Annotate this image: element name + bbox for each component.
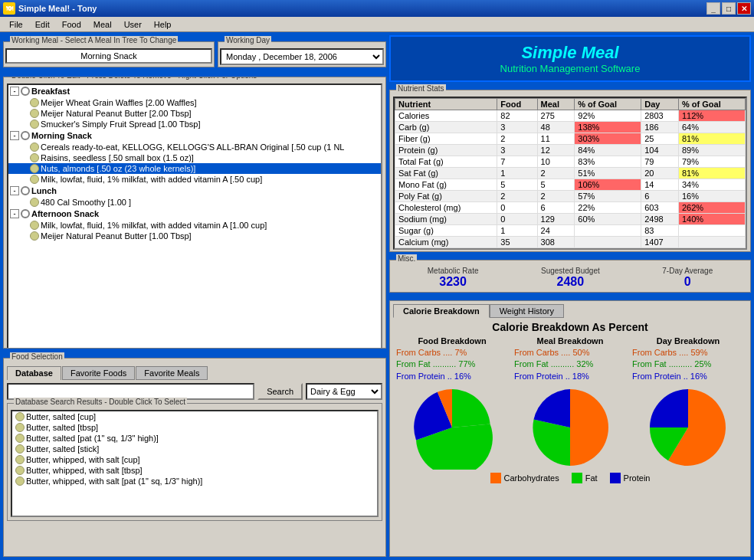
nutrient-meal: 2 [537,191,575,202]
nutrient-day: 186 [641,122,679,133]
leaf-icon [30,142,39,152]
group-label: Lunch [31,186,57,195]
menu-food[interactable]: Food [56,18,87,31]
nutrient-row: Mono Fat (g) 5 5 106% 14 34% [395,179,746,191]
group-circle [21,87,30,96]
menu-help[interactable]: Help [148,18,178,31]
category-select[interactable]: Dairy & Egg Meat Vegetables Grains [306,383,382,400]
nutrient-meal-pct [575,225,641,237]
db-item[interactable]: Butter, salted [stick] [12,444,377,454]
nutrient-row: Iron (mg) 1 6 15 [395,248,746,251]
tree-item[interactable]: Nuts, almonds [.50 oz (23 whole kernels)… [8,163,381,174]
menu-file[interactable]: File [3,18,29,31]
meal-fat-stat: From Fat .......... 32% [514,359,626,370]
food-pie-chart [410,385,494,470]
item-label: Meijer Natural Peanut Butter [1.00 Tbsp] [41,231,192,241]
db-item[interactable]: Butter, salted [tbsp] [12,422,377,433]
tab-calorie-breakdown[interactable]: Calorie Breakdown [393,304,490,318]
main-content: Working Meal - Select A Meal In Tree To … [0,32,754,560]
expand-icon: - [10,209,19,218]
nutrient-day-pct: 89% [678,145,745,156]
nutrient-stats-table-wrap[interactable]: Nutrient Food Meal % of Goal Day % of Go… [393,97,747,250]
title-bar-left: 🍽 Simple Meal! - Tony [3,2,97,15]
day-pie-chart [646,385,730,470]
tab-bar: Database Favorite Foods Favorite Meals [7,366,382,380]
nutrient-day: 25 [641,133,679,145]
group-circle [21,131,30,140]
nutrient-day: 6 [641,191,679,202]
seven-day-value: 0 [662,275,713,289]
tree-item[interactable]: Raisins, seedless [.50 small box (1.5 oz… [8,152,381,163]
tree-item[interactable]: Meijer Wheat Grain Waffles [2.00 Waffles… [8,97,381,108]
nutrient-meal-pct: 51% [575,168,641,179]
item-label: Meijer Natural Peanut Butter [2.00 Tbsp] [41,109,192,118]
db-item[interactable]: Butter, whipped, with salt [tbsp] [12,465,377,476]
tab-weight-history[interactable]: Weight History [490,304,564,318]
tree-group[interactable]: -Afternoon Snack [8,208,381,220]
app-title-main: Simple Meal [397,43,743,63]
working-meal-input[interactable] [5,48,212,64]
nutrient-day-pct: 112% [678,110,745,122]
menu-meal[interactable]: Meal [87,18,118,31]
maximize-button[interactable]: □ [722,2,736,15]
tree-item[interactable]: Cereals ready-to-eat, KELLOGG, KELLOGG'S… [8,142,381,152]
close-button[interactable]: ✕ [737,2,751,15]
col-meal: Meal [537,99,575,110]
minimize-button[interactable]: _ [706,2,720,15]
legend-carbs-color [490,473,501,483]
working-day-select[interactable]: Monday , December 18, 2006 [220,48,384,65]
food-protein-stat: From Protein .. 16% [396,371,508,382]
nutrient-name: Sat Fat (g) [395,168,497,179]
nutrient-meal: 12 [537,145,575,156]
title-bar-buttons[interactable]: _ □ ✕ [706,2,751,15]
search-button[interactable]: Search [257,383,303,400]
nutrient-meal: 6 [537,248,575,251]
nutrient-meal: 24 [537,225,575,237]
tab-favorite-foods[interactable]: Favorite Foods [62,366,135,380]
day-breakdown-box: Day Breakdown From Carbs .... 59% From F… [632,336,744,470]
db-list[interactable]: Butter, salted [cup]Butter, salted [tbsp… [11,410,379,517]
db-item[interactable]: Butter, whipped, with salt [pat (1" sq, … [12,476,377,486]
tree-group[interactable]: -Breakfast [8,85,381,97]
tree-item[interactable]: Smucker's Simply Fruit Spread [1.00 Tbsp… [8,119,381,129]
tab-database[interactable]: Database [7,366,61,380]
tree-item[interactable]: Meijer Natural Peanut Butter [1.00 Tbsp] [8,231,381,241]
leaf-icon [30,109,39,118]
meal-breakdown-title: Meal Breakdown [514,336,626,345]
nutrient-name: Iron (mg) [395,248,497,251]
tree-item[interactable]: 480 Cal Smoothy [1.00 ] [8,197,381,208]
db-item-label: Butter, salted [tbsp] [26,423,98,432]
tree-item[interactable]: Milk, lowfat, fluid, 1% milkfat, with ad… [8,174,381,185]
misc-label: Misc. [396,254,417,263]
nutrient-food: 3 [497,145,537,156]
nutrient-food: 35 [497,237,537,248]
leaf-icon [15,412,25,421]
nutrient-meal-pct: 22% [575,202,641,214]
metabolic-rate-value: 3230 [428,275,479,289]
tree-item[interactable]: Meijer Natural Peanut Butter [2.00 Tbsp] [8,108,381,119]
expand-icon: - [10,186,19,195]
menu-user[interactable]: User [118,18,148,31]
legend-carbs: Carbohydrates [490,473,559,483]
group-label: Afternoon Snack [31,209,99,218]
tree-container[interactable]: -BreakfastMeijer Wheat Grain Waffles [2.… [7,84,382,349]
app-icon: 🍽 [3,2,15,15]
tree-group[interactable]: -Morning Snack [8,129,381,142]
db-results: Database Search Results - Double Click T… [7,403,382,521]
nutrient-meal-pct: 92% [575,110,641,122]
nutrient-day-pct [678,225,745,237]
nutrient-food: 1 [497,225,537,237]
tab-favorite-meals[interactable]: Favorite Meals [136,366,208,380]
nutrient-day: 2803 [641,110,679,122]
seven-day-label: 7-Day Average [662,267,713,275]
db-item[interactable]: Butter, salted [cup] [12,411,377,422]
working-day-box: Working Day Monday , December 18, 2006 [218,41,386,67]
db-item[interactable]: Butter, salted [pat (1" sq, 1/3" high)] [12,433,377,444]
expand-icon: - [10,131,19,140]
legend-fat: Fat [572,473,598,483]
tree-group[interactable]: -Lunch [8,185,381,197]
db-item[interactable]: Butter, whipped, with salt [cup] [12,454,377,465]
tree-item[interactable]: Milk, lowfat, fluid, 1% milkfat, with ad… [8,220,381,231]
misc-row: Metabolic Rate 3230 Sugested Budget 2480… [396,267,744,289]
menu-edit[interactable]: Edit [29,18,56,31]
